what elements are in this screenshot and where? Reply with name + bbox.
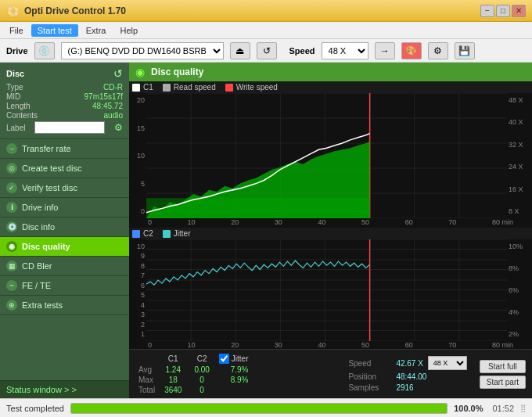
close-button[interactable]: ✕ <box>512 5 526 17</box>
y-label: 15 <box>131 124 145 132</box>
sidebar-item-label: Disc info <box>22 222 55 232</box>
bottom-y-axis: 10 9 8 7 6 5 4 3 2 1 <box>129 239 146 341</box>
config-btn[interactable]: ⚙ <box>428 42 448 59</box>
y-label: 9 <box>131 252 145 260</box>
sidebar-item-transfer-rate[interactable]: → Transfer rate <box>0 139 129 159</box>
sidebar-item-verify-test-disc[interactable]: ✓ Verify test disc <box>0 178 129 198</box>
position-label: Position <box>348 372 391 381</box>
speed-arrow-btn[interactable]: → <box>375 42 395 59</box>
avg-c1-val: 1.24 <box>158 365 188 375</box>
right-panel: ◉ Disc quality C1 Read speed Write speed <box>129 63 532 398</box>
bottom-right-axis: 10% 8% 6% 4% 2% <box>507 239 532 341</box>
disc-length-val: 48:45.72 <box>92 102 123 110</box>
x-label: 40 <box>318 218 325 226</box>
read-speed-label: Read speed <box>174 83 216 92</box>
stats-table: C1 C2 Jitter Avg 1.24 <box>135 353 252 395</box>
color-btn[interactable]: 🎨 <box>401 42 422 59</box>
fe-te-icon: ~ <box>6 280 17 291</box>
sidebar-item-drive-info[interactable]: ℹ Drive info <box>0 198 129 217</box>
sidebar-item-label: FE / TE <box>22 281 51 290</box>
create-disc-icon: ◎ <box>6 163 17 174</box>
samples-label: Samples <box>348 383 391 392</box>
bottom-chart-area: 10 9 8 7 6 5 4 3 2 1 <box>129 239 532 341</box>
save-btn[interactable]: 💾 <box>455 42 475 59</box>
y-label: 8 <box>131 262 145 270</box>
max-label: Max <box>135 375 158 385</box>
app-icon: 📀 <box>6 5 20 17</box>
legend-jitter: Jitter <box>163 229 191 238</box>
sidebar-item-create-test-disc[interactable]: ◎ Create test disc <box>0 159 129 178</box>
bottom-chart-svg-wrap <box>146 239 507 341</box>
jitter-checkbox[interactable] <box>219 354 229 364</box>
sidebar-item-cd-bler[interactable]: ▦ CD Bler <box>0 257 129 276</box>
eject-button[interactable]: ⏏ <box>230 42 250 59</box>
menu-start-test[interactable]: Start test <box>31 24 78 37</box>
samples-row: Samples 2916 <box>348 383 466 392</box>
drive-icon-btn[interactable]: 💿 <box>34 42 55 59</box>
start-part-button[interactable]: Start part <box>480 376 526 389</box>
y-label: 10 <box>131 152 145 160</box>
top-right-axis: 48 X 40 X 32 X 24 X 16 X 8 X <box>507 93 532 218</box>
disc-refresh-btn[interactable]: ↺ <box>113 67 123 80</box>
progress-bar-fill <box>71 404 447 413</box>
disc-mid-val: 97m15s17f <box>84 92 123 101</box>
start-full-button[interactable]: Start full <box>480 360 526 373</box>
jitter-check-label: Jitter <box>219 354 249 364</box>
top-chart-svg-wrap <box>146 93 507 218</box>
right-y-label: 10% <box>509 243 530 250</box>
max-c1-val: 18 <box>158 375 188 385</box>
x-label: 10 <box>188 341 196 349</box>
minimize-button[interactable]: − <box>480 5 494 17</box>
c1-label: C1 <box>143 83 153 92</box>
menu-help[interactable]: Help <box>113 24 144 37</box>
jitter-dot <box>163 230 171 238</box>
progress-percentage: 100.0% <box>454 404 483 413</box>
refresh-drive-button[interactable]: ↺ <box>257 42 277 59</box>
sidebar-item-fe-te[interactable]: ~ FE / TE <box>0 276 129 296</box>
extra-tests-icon: ⊕ <box>6 300 17 311</box>
y-label: 3 <box>131 311 145 318</box>
x-label: 0 <box>148 341 152 349</box>
main-content: Disc ↺ Type CD-R MID 97m15s17f Length 48… <box>0 63 532 398</box>
disc-type-val: CD-R <box>103 83 123 92</box>
speed-stat-select[interactable]: 48 X <box>428 356 467 370</box>
sidebar-item-disc-info[interactable]: 💿 Disc info <box>0 217 129 237</box>
window-controls: − □ ✕ <box>480 5 526 17</box>
legend-c2: C2 <box>132 229 153 238</box>
status-window-button[interactable]: Status window > > <box>0 380 129 398</box>
disc-label-icon[interactable]: ⚙ <box>114 122 123 133</box>
sidebar-item-extra-tests[interactable]: ⊕ Extra tests <box>0 296 129 315</box>
maximize-button[interactable]: □ <box>496 5 510 17</box>
progress-time: 01:52 <box>492 404 514 413</box>
x-label: 60 <box>405 341 413 349</box>
x-label: 50 <box>361 218 369 226</box>
status-text: Test completed <box>6 404 64 413</box>
disc-label-key: Label <box>6 124 25 132</box>
sidebar-item-disc-quality[interactable]: ◉ Disc quality <box>0 237 129 257</box>
y-label: 20 <box>131 96 145 104</box>
y-label: 5 <box>131 291 145 299</box>
x-label: 30 <box>275 218 282 226</box>
drive-select[interactable]: (G:) BENQ DVD DD DW1640 BSRB <box>61 42 224 59</box>
status-bar: Test completed 100.0% 01:52 ⣿ <box>0 398 532 417</box>
x-label: 70 <box>448 218 456 226</box>
progress-bar-wrap <box>70 403 448 414</box>
y-label: 0 <box>131 207 145 215</box>
x-label: 80 min <box>492 341 513 349</box>
menu-extra[interactable]: Extra <box>80 24 113 37</box>
disc-label-input[interactable] <box>34 121 105 134</box>
legend-c1: C1 <box>132 83 153 92</box>
right-y-label: 48 X <box>509 96 530 104</box>
y-label: 10 <box>131 243 145 250</box>
max-jitter-val: 8.9% <box>216 375 252 385</box>
menu-file[interactable]: File <box>3 24 30 37</box>
sidebar-item-label: Verify test disc <box>22 183 77 192</box>
jitter-check-text: Jitter <box>232 354 249 363</box>
speed-select[interactable]: 48 X <box>322 42 368 59</box>
sidebar-item-label: Create test disc <box>22 164 81 173</box>
y-label: 1 <box>131 330 145 338</box>
x-label: 0 <box>148 218 152 226</box>
speed-label: Speed <box>289 46 315 56</box>
avg-label: Avg <box>135 365 158 375</box>
disc-contents-key: Contents <box>6 111 38 120</box>
